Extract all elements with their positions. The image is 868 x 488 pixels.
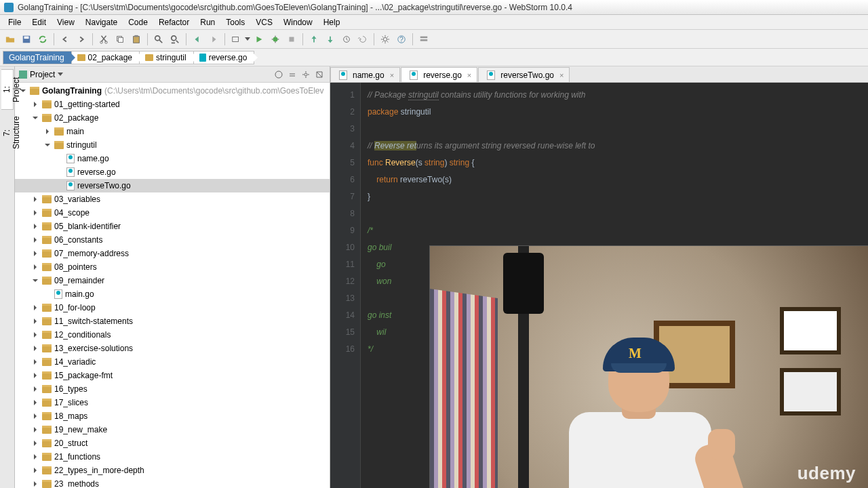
run-button[interactable] — [252, 32, 267, 47]
folder-icon — [42, 453, 52, 461]
tree-item[interactable]: 13_exercise-solutions — [15, 342, 330, 355]
settings-button[interactable] — [378, 32, 393, 47]
side-tab-structure[interactable]: 7: Structure — [1, 113, 14, 153]
menu-file[interactable]: File — [3, 16, 26, 28]
editor-tabs: name.go× reverse.go× reverseTwo.go× — [330, 66, 868, 83]
tree-item[interactable]: stringutil — [15, 138, 330, 152]
tree-item[interactable]: 03_variables — [15, 192, 330, 206]
replace-button[interactable] — [167, 32, 182, 47]
redo-button[interactable] — [74, 32, 89, 47]
tree-item[interactable]: 20_struct — [15, 436, 330, 450]
tree-item[interactable]: 19_new_make — [15, 423, 330, 436]
search-everywhere-button[interactable] — [416, 32, 431, 47]
tree-item[interactable]: 11_switch-statements — [15, 314, 330, 328]
folder-icon — [145, 54, 153, 61]
close-icon[interactable]: × — [390, 71, 394, 79]
vcs-history-button[interactable] — [339, 32, 354, 47]
svg-point-8 — [155, 35, 160, 40]
tree-item[interactable]: 12_conditionals — [15, 328, 330, 342]
menu-help[interactable]: Help — [318, 16, 346, 28]
tree-item[interactable]: 04_scope — [15, 206, 330, 220]
side-tab-project[interactable]: 1: Project — [1, 69, 14, 110]
menu-navigate[interactable]: Navigate — [80, 16, 123, 28]
svg-point-10 — [172, 35, 176, 40]
tree-file[interactable]: reverse.go — [15, 165, 330, 179]
tree-item[interactable]: 23_methods — [15, 477, 330, 488]
tree-item[interactable]: 05_blank-identifier — [15, 220, 330, 233]
tree-item[interactable]: 14_variadic — [15, 355, 330, 369]
back-button[interactable] — [190, 32, 205, 47]
tree-file[interactable]: main.go — [15, 287, 330, 301]
folder-icon — [42, 480, 52, 488]
folder-icon — [42, 209, 52, 217]
menu-run[interactable]: Run — [195, 16, 220, 28]
close-icon[interactable]: × — [467, 71, 471, 79]
folder-icon — [42, 412, 52, 420]
find-button[interactable] — [151, 32, 166, 47]
breadcrumb-folder-1[interactable]: 02_package — [71, 51, 140, 64]
app-icon — [4, 3, 14, 12]
menu-tools[interactable]: Tools — [220, 16, 250, 28]
menu-refactor[interactable]: Refactor — [153, 16, 195, 28]
tree-item[interactable]: 01_getting-started — [15, 98, 330, 111]
svg-rect-11 — [233, 37, 239, 41]
tree-item[interactable]: 22_types_in_more-depth — [15, 464, 330, 477]
help-button[interactable]: ? — [394, 32, 409, 47]
tab-name-go[interactable]: name.go× — [330, 67, 400, 82]
vcs-update-button[interactable] — [307, 32, 321, 47]
tree-item[interactable]: 21_functions — [15, 450, 330, 464]
tree-item[interactable]: 08_pointers — [15, 260, 330, 274]
chevron-down-icon[interactable] — [58, 73, 63, 76]
editor: name.go× reverse.go× reverseTwo.go× 1234… — [330, 66, 868, 488]
stop-button[interactable] — [284, 32, 299, 47]
tree-item[interactable]: 09_remainder — [15, 274, 330, 287]
close-icon[interactable]: × — [559, 71, 564, 79]
breadcrumb-file[interactable]: reverse.go — [193, 51, 255, 64]
menu-vcs[interactable]: VCS — [250, 16, 278, 28]
breadcrumb-root[interactable]: GolangTraining — [3, 51, 72, 64]
go-file-icon — [410, 70, 418, 80]
paste-button[interactable] — [129, 32, 144, 47]
gutter: 12345678910111213141516 — [330, 83, 361, 488]
tab-reversetwo-go[interactable]: reverseTwo.go× — [478, 67, 570, 82]
copy-button[interactable] — [113, 32, 127, 47]
project-tree[interactable]: GolangTraining (C:\Users\tm\Documents\go… — [15, 83, 330, 488]
menu-edit[interactable]: Edit — [26, 16, 52, 28]
folder-icon — [42, 236, 52, 244]
cut-button[interactable] — [96, 32, 111, 47]
panel-settings-button[interactable] — [300, 68, 312, 81]
tree-item[interactable]: 02_package — [15, 111, 330, 125]
vcs-commit-button[interactable] — [323, 32, 338, 47]
tree-item[interactable]: 07_memory-address — [15, 247, 330, 260]
tree-root[interactable]: GolangTraining (C:\Users\tm\Documents\go… — [15, 84, 330, 98]
tree-item[interactable]: main — [15, 125, 330, 138]
vcs-revert-button[interactable] — [355, 32, 370, 47]
collapse-all-button[interactable] — [286, 68, 298, 81]
tree-file-selected[interactable]: reverseTwo.go — [15, 179, 330, 192]
undo-button[interactable] — [58, 32, 73, 47]
sync-button[interactable] — [35, 32, 50, 47]
folder-icon — [42, 331, 52, 339]
open-button[interactable] — [3, 32, 18, 47]
save-button[interactable] — [19, 32, 34, 47]
hide-panel-button[interactable] — [313, 68, 326, 81]
chevron-down-icon[interactable] — [245, 37, 250, 41]
menu-code[interactable]: Code — [123, 16, 153, 28]
tree-item[interactable]: 06_constants — [15, 233, 330, 247]
run-config-button[interactable] — [229, 32, 243, 47]
debug-button[interactable] — [268, 32, 283, 47]
tree-file[interactable]: name.go — [15, 152, 330, 165]
tree-item[interactable]: 18_maps — [15, 409, 330, 423]
tree-item[interactable]: 10_for-loop — [15, 301, 330, 314]
scroll-to-source-button[interactable] — [273, 68, 285, 81]
project-panel: Project GolangTraining (C:\Users\tm\Docu… — [15, 66, 330, 488]
folder-icon — [54, 141, 64, 149]
breadcrumb-folder-2[interactable]: stringutil — [139, 51, 194, 64]
tree-item[interactable]: 15_package-fmt — [15, 369, 330, 382]
tab-reverse-go[interactable]: reverse.go× — [401, 67, 477, 82]
tree-item[interactable]: 16_types — [15, 382, 330, 396]
tree-item[interactable]: 17_slices — [15, 396, 330, 409]
menu-view[interactable]: View — [52, 16, 80, 28]
menu-window[interactable]: Window — [278, 16, 318, 28]
forward-button[interactable] — [206, 32, 221, 47]
